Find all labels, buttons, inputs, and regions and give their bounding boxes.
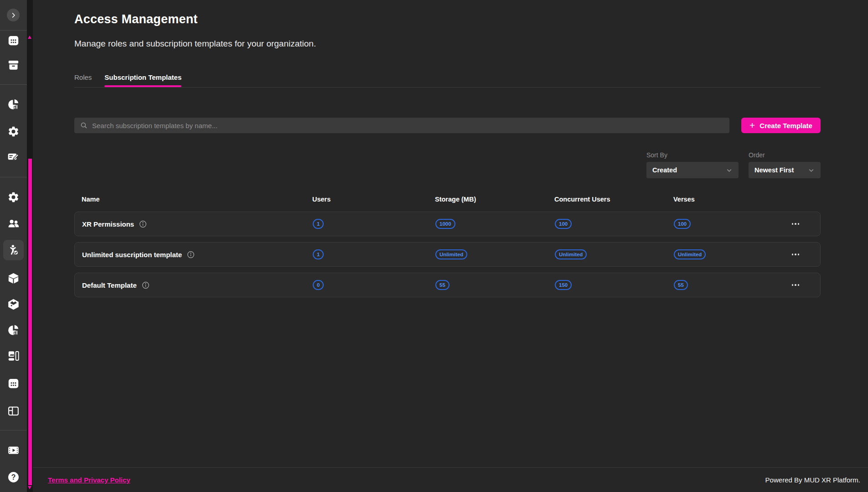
chevron-down-icon (726, 167, 733, 174)
sort-by-select[interactable]: Created (646, 162, 739, 178)
actions-cell (782, 281, 809, 289)
sidebar-item-analytics[interactable] (5, 96, 21, 112)
sidebar-item-access-management[interactable] (3, 240, 24, 260)
template-name-cell: Unlimited suscription template (82, 251, 313, 259)
plus-icon: + (749, 120, 755, 130)
search-icon (80, 121, 88, 129)
svg-text:?: ? (11, 473, 16, 481)
sidebar-divider (0, 177, 27, 177)
table-row: Unlimited suscription template 1 Unlimit… (74, 242, 821, 267)
tabs-divider (74, 87, 821, 88)
sidebar-item-help[interactable]: ? (5, 469, 21, 485)
users-cell: 1 (313, 219, 435, 229)
ellipsis-icon (792, 254, 794, 255)
storage-cell: 55 (435, 280, 555, 290)
actions-cell (782, 220, 809, 228)
template-name: XR Permissions (82, 220, 134, 228)
sidebar-expand-button[interactable] (7, 9, 20, 21)
row-actions-button[interactable] (790, 220, 801, 228)
order-select[interactable]: Newest First (749, 162, 821, 178)
access-check-icon (7, 244, 20, 256)
sidebar-item-users[interactable] (5, 215, 21, 232)
template-name: Default Template (82, 281, 137, 289)
main-content: Access Management Manage roles and subsc… (33, 0, 868, 492)
package-icon (7, 272, 20, 285)
sidebar-item-reports[interactable] (5, 321, 21, 338)
sidebar-item-videos[interactable] (5, 442, 21, 458)
scroll-down-arrow-icon[interactable] (28, 486, 31, 489)
sidebar-item-media-library[interactable] (5, 296, 21, 312)
table-row: XR Permissions 1 1000 100 100 (74, 212, 821, 236)
info-icon[interactable] (139, 220, 147, 228)
chevron-right-icon (10, 12, 17, 19)
verses-badge: 100 (674, 219, 691, 229)
row-actions-button[interactable] (790, 251, 801, 258)
table-row: Default Template 0 55 150 55 (74, 273, 821, 297)
users-cell: 1 (313, 249, 435, 259)
info-icon[interactable] (187, 251, 195, 259)
sidebar: ? (0, 0, 27, 492)
verses-badge: 55 (674, 280, 688, 290)
users-badge: 1 (313, 249, 324, 259)
users-cell: 0 (313, 280, 435, 290)
sidebar-item-subscriptions[interactable] (5, 148, 21, 165)
verses-cell: 100 (674, 219, 782, 229)
users-icon (7, 218, 20, 230)
filters-bar: Sort By Created Order Newest First (74, 151, 821, 178)
table-header: Name Users Storage (MB) Concurrent Users… (74, 195, 821, 204)
concurrent-users-badge: Unlimited (555, 249, 587, 259)
sidebar-item-panels[interactable] (5, 403, 21, 419)
sidebar-scrollbar[interactable] (27, 0, 33, 492)
verses-cell: 55 (674, 280, 782, 290)
help-icon: ? (7, 471, 20, 483)
sidebar-divider (0, 30, 27, 31)
tab-subscription-templates[interactable]: Subscription Templates (104, 73, 181, 87)
sidebar-item-archive[interactable] (5, 57, 21, 73)
sidebar-item-org-settings[interactable] (5, 189, 21, 205)
create-template-label: Create Template (760, 122, 812, 129)
column-header-storage: Storage (MB) (435, 196, 554, 203)
ellipsis-icon (792, 284, 794, 286)
footer: Terms and Privacy Policy Powered By MUD … (33, 467, 868, 492)
concurrent-users-cell: Unlimited (555, 249, 674, 259)
tab-roles[interactable]: Roles (74, 73, 92, 87)
order-value: Newest First (754, 166, 794, 174)
powered-by-text: Powered By MUD XR Platform. (765, 476, 860, 484)
sidebar-item-media-layout[interactable] (5, 347, 21, 364)
users-badge: 1 (313, 219, 324, 229)
template-table: XR Permissions 1 1000 100 100 Unlimited … (74, 212, 821, 297)
column-header-verses: Verses (673, 196, 782, 203)
storage-badge: 1000 (435, 219, 455, 229)
sort-by-group: Sort By Created (646, 151, 739, 178)
template-name: Unlimited suscription template (82, 251, 182, 259)
photos-icon (7, 298, 20, 311)
verses-badge: Unlimited (674, 249, 706, 259)
archive-icon (7, 59, 20, 71)
sidebar-item-settings[interactable] (5, 123, 21, 140)
sidebar-item-assets[interactable] (5, 270, 21, 286)
sort-by-value: Created (652, 166, 677, 174)
sidebar-item-calendar[interactable] (5, 32, 21, 48)
create-template-button[interactable]: + Create Template (741, 118, 821, 133)
verses-cell: Unlimited (674, 249, 782, 259)
info-icon[interactable] (142, 281, 150, 289)
scroll-up-arrow-icon[interactable] (28, 36, 31, 39)
order-label: Order (749, 151, 821, 159)
row-actions-button[interactable] (790, 281, 801, 289)
sidebar-divider (0, 430, 27, 430)
video-icon (7, 444, 20, 456)
storage-badge: 55 (435, 280, 450, 290)
ellipsis-icon (792, 223, 794, 225)
pie-chart-icon (7, 98, 20, 110)
column-header-concurrent-users: Concurrent Users (554, 196, 673, 203)
search-input[interactable] (92, 122, 724, 129)
media-layout-icon (7, 350, 20, 362)
page-subtitle: Manage roles and subscription templates … (74, 39, 821, 49)
concurrent-users-cell: 100 (555, 219, 674, 229)
sidebar-item-schedule[interactable] (5, 375, 21, 391)
terms-privacy-link[interactable]: Terms and Privacy Policy (48, 476, 130, 484)
calendar-icon (7, 34, 20, 47)
search-box[interactable] (74, 118, 729, 133)
concurrent-users-badge: 100 (555, 219, 572, 229)
scrollbar-thumb[interactable] (28, 159, 32, 485)
